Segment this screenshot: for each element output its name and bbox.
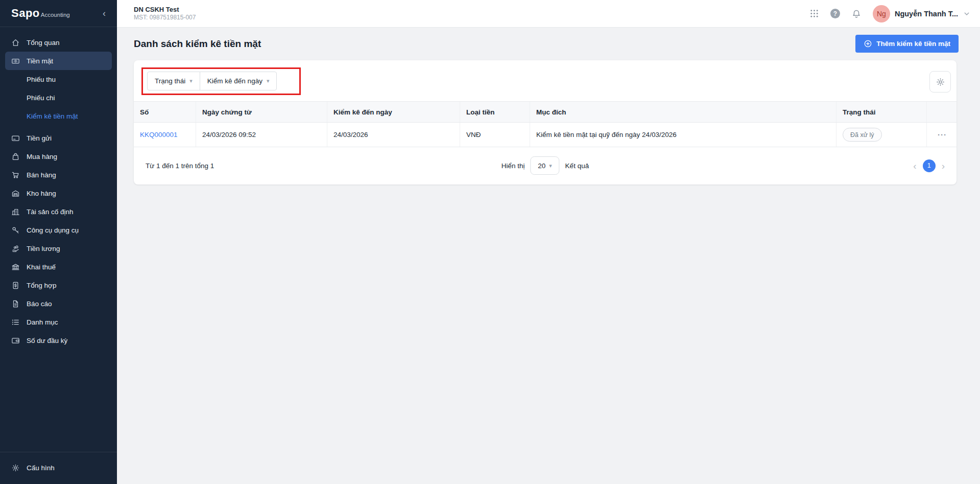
filter-status-dropdown[interactable]: Trạng thái ▾	[148, 72, 200, 90]
chevron-down-icon	[963, 10, 971, 18]
sidebar-item-tien-mat[interactable]: Tiền mặt	[5, 52, 112, 70]
sidebar-item-label: Tổng quan	[27, 39, 60, 47]
caret-down-icon: ▾	[549, 163, 552, 169]
sidebar-item-label: Kiểm kê tiền mặt	[27, 112, 78, 120]
pagination-summary: Từ 1 đến 1 trên tổng 1	[146, 162, 214, 170]
sidebar-item-label: Tổng hợp	[27, 282, 56, 289]
sidebar-item-tong-quan[interactable]: Tổng quan	[5, 33, 112, 52]
column-header-so: Số	[134, 102, 196, 122]
results-label: Kết quả	[565, 162, 589, 170]
sidebar-item-cong-cu-dung-cu[interactable]: Công cụ dụng cụ	[5, 221, 112, 239]
sidebar-item-bao-cao[interactable]: Báo cáo	[5, 294, 112, 313]
notifications-bell-icon[interactable]	[851, 9, 862, 19]
sidebar-item-label: Cấu hình	[27, 464, 55, 472]
caret-down-icon: ▾	[189, 78, 193, 84]
document-link[interactable]: KKQ000001	[140, 131, 178, 139]
sidebar-footer: Cấu hình	[0, 452, 117, 484]
column-header-loai-tien: Loại tiền	[460, 102, 530, 122]
current-page-button[interactable]: 1	[923, 159, 936, 172]
filter-count-date-label: Kiểm kê đến ngày	[207, 77, 262, 85]
sidebar-item-label: Bán hàng	[27, 171, 56, 179]
warehouse-icon	[11, 189, 20, 198]
tax-icon	[11, 263, 20, 271]
apps-grid-icon[interactable]	[809, 9, 819, 18]
list-card: Trạng thái ▾ Kiểm kê đến ngày ▾ Số Ngày …	[134, 60, 957, 185]
home-icon	[11, 38, 20, 47]
card-icon	[11, 134, 20, 143]
sidebar-item-label: Kho hàng	[27, 190, 56, 197]
sapo-logo: Sapo	[11, 7, 40, 20]
column-header-ngay-chung-tu: Ngày chứng từ	[196, 102, 327, 122]
prev-page-icon[interactable]: ‹	[913, 161, 916, 171]
list-icon	[11, 318, 20, 327]
sidebar-item-tong-hop[interactable]: Tổng hợp	[5, 276, 112, 294]
sidebar-item-label: Mua hàng	[27, 153, 57, 160]
sidebar-item-cau-hinh[interactable]: Cấu hình	[5, 458, 112, 477]
sidebar-item-label: Số dư đầu kỳ	[27, 337, 67, 344]
company-name: DN CSKH Test	[134, 6, 196, 14]
filter-group: Trạng thái ▾ Kiểm kê đến ngày ▾	[147, 72, 277, 90]
pagination-bar: Từ 1 đến 1 trên tổng 1 Hiển thị 20 ▾ Kết…	[134, 147, 957, 184]
main-content: Danh sách kiểm kê tiền mặt Thêm kiểm kê …	[117, 28, 980, 484]
filter-row: Trạng thái ▾ Kiểm kê đến ngày ▾	[134, 60, 957, 101]
gear-icon	[11, 464, 20, 472]
more-actions-icon[interactable]: ···	[938, 131, 947, 139]
wallet-icon	[11, 336, 20, 345]
sidebar-item-phieu-thu[interactable]: Phiếu thu	[5, 70, 112, 88]
help-icon[interactable]: ?	[830, 9, 840, 18]
next-page-icon[interactable]: ›	[942, 161, 945, 171]
logo-suffix: Accounting	[41, 12, 70, 18]
sidebar-item-mua-hang[interactable]: Mua hàng	[5, 147, 112, 166]
sidebar-item-label: Báo cáo	[27, 300, 52, 308]
table-row[interactable]: KKQ000001 24/03/2026 09:52 24/03/2026 VN…	[134, 123, 957, 147]
report-icon	[11, 299, 20, 308]
cell-trang-thai: Đã xử lý	[836, 123, 926, 147]
avatar: Ng	[873, 5, 890, 22]
user-name: Nguyễn Thanh T...	[895, 10, 958, 18]
sidebar-item-label: Tiền mặt	[27, 57, 53, 65]
table-settings-button[interactable]	[929, 71, 951, 93]
filter-count-date-dropdown[interactable]: Kiểm kê đến ngày ▾	[200, 72, 277, 90]
sidebar-item-danh-muc[interactable]: Danh mục	[5, 313, 112, 331]
status-badge: Đã xử lý	[843, 128, 882, 142]
sidebar-item-label: Khai thuế	[27, 263, 56, 271]
add-cash-count-button[interactable]: Thêm kiểm kê tiền mặt	[855, 35, 959, 53]
per-page-control: Hiển thị 20 ▾ Kết quả	[501, 156, 589, 175]
sidebar-item-kiem-ke-tien-mat[interactable]: Kiểm kê tiền mặt	[5, 107, 112, 125]
user-menu[interactable]: Ng Nguyễn Thanh T...	[873, 5, 971, 22]
gear-icon	[936, 77, 945, 87]
sidebar-item-tien-luong[interactable]: Tiền lương	[5, 239, 112, 258]
sidebar-item-phieu-chi[interactable]: Phiếu chi	[5, 88, 112, 107]
payroll-icon	[11, 244, 20, 253]
ledger-icon	[11, 281, 20, 290]
column-header-kiem-ke-den-ngay: Kiểm kê đến ngày	[327, 102, 460, 122]
sidebar-item-ban-hang[interactable]: Bán hàng	[5, 166, 112, 184]
caret-down-icon: ▾	[267, 78, 270, 84]
sidebar-item-tien-gui[interactable]: Tiền gửi	[5, 129, 112, 147]
cash-icon	[11, 57, 20, 65]
company-block: DN CSKH Test MST: 0987519815-007	[134, 6, 196, 21]
sidebar-item-kho-hang[interactable]: Kho hàng	[5, 184, 112, 202]
cell-actions: ···	[926, 123, 957, 147]
top-bar: DN CSKH Test MST: 0987519815-007 ? Ng Ng…	[117, 0, 980, 28]
sidebar-item-so-du-dau-ky[interactable]: Số dư đầu kỳ	[5, 331, 112, 350]
building-icon	[11, 208, 20, 216]
tool-icon	[11, 226, 20, 235]
sidebar-item-label: Tài sản cố định	[27, 208, 74, 216]
sidebar-item-label: Danh mục	[27, 318, 58, 326]
sidebar-menu: Tổng quanTiền mặtPhiếu thuPhiếu chiKiểm …	[0, 27, 117, 452]
sidebar-item-label: Công cụ dụng cụ	[27, 226, 79, 234]
sidebar-collapse-icon[interactable]: ‹	[100, 8, 109, 19]
sidebar: Sapo Accounting ‹ Tổng quanTiền mặtPhiếu…	[0, 0, 117, 484]
cell-muc-dich: Kiểm kê tiền mặt tại quỹ đến ngày 24/03/…	[530, 123, 836, 147]
page-title: Danh sách kiểm kê tiền mặt	[134, 38, 261, 50]
cell-kiem-ke-den-ngay: 24/03/2026	[327, 123, 460, 147]
sidebar-item-khai-thue[interactable]: Khai thuế	[5, 258, 112, 276]
company-tax-code: MST: 0987519815-007	[134, 14, 196, 21]
sidebar-item-label: Tiền lương	[27, 245, 60, 252]
bag-icon	[11, 152, 20, 161]
per-page-value: 20	[538, 162, 545, 170]
per-page-dropdown[interactable]: 20 ▾	[531, 156, 560, 175]
filter-status-label: Trạng thái	[155, 77, 185, 85]
sidebar-item-tai-san-co-dinh[interactable]: Tài sản cố định	[5, 202, 112, 221]
